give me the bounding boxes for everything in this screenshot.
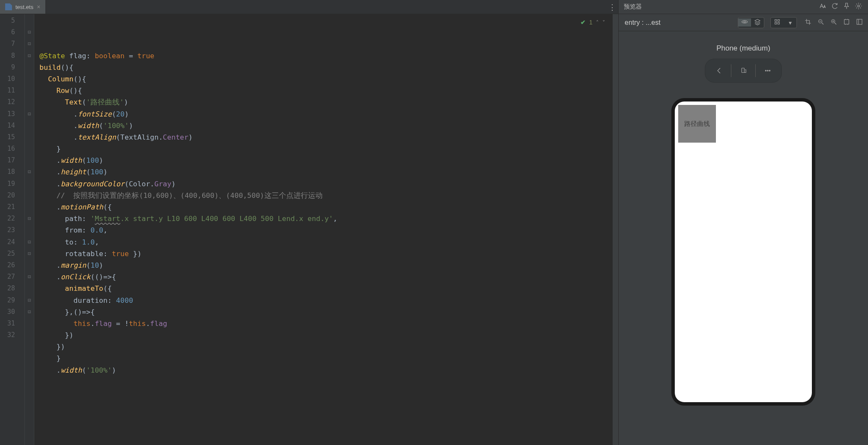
code-line[interactable]: .height(100) bbox=[39, 166, 612, 178]
fold-toggle-icon[interactable]: ⊟ bbox=[25, 295, 34, 306]
layout-toggle-group: ▾ bbox=[770, 17, 797, 28]
fit-screen-icon[interactable] bbox=[841, 18, 852, 27]
code-line[interactable]: .width('100%') bbox=[39, 364, 612, 376]
editor-vertical-scrollbar[interactable] bbox=[612, 14, 618, 445]
dropdown-caret-icon[interactable]: ▾ bbox=[784, 19, 796, 26]
line-number[interactable]: 13 bbox=[0, 108, 15, 120]
device-more-icon[interactable] bbox=[757, 62, 779, 80]
refresh-icon[interactable] bbox=[829, 2, 841, 12]
expand-icon[interactable] bbox=[854, 18, 865, 27]
line-number[interactable]: 21 bbox=[0, 201, 15, 213]
code-line[interactable]: .backgroundColor(Color.Gray) bbox=[39, 178, 612, 190]
font-size-icon[interactable] bbox=[817, 2, 829, 12]
line-number[interactable]: 9 bbox=[0, 62, 15, 73]
code-line[interactable]: .width('100%') bbox=[39, 120, 612, 131]
code-line[interactable]: Text('路径曲线') bbox=[39, 96, 612, 108]
line-number[interactable]: 18 bbox=[0, 166, 15, 178]
fold-toggle-icon[interactable]: ⊟ bbox=[25, 108, 34, 120]
phone-screen[interactable]: 路径曲线 bbox=[675, 102, 812, 402]
fold-toggle-icon[interactable]: ⊟ bbox=[25, 306, 34, 318]
code-line[interactable]: this.flag = !this.flag bbox=[39, 318, 612, 329]
code-line[interactable]: } bbox=[39, 143, 612, 155]
line-number[interactable]: 25 bbox=[0, 248, 15, 260]
code-line[interactable]: .onClick(()=>{ bbox=[39, 271, 612, 283]
code-line[interactable]: }) bbox=[39, 329, 612, 341]
line-number[interactable]: 22 bbox=[0, 213, 15, 224]
line-number[interactable]: 19 bbox=[0, 178, 15, 190]
fold-toggle-icon[interactable]: ⊟ bbox=[25, 50, 34, 62]
gear-icon[interactable] bbox=[853, 2, 865, 12]
editor-inspection-status[interactable]: ✔ 1 ˄ ˅ bbox=[581, 17, 605, 28]
pin-icon[interactable] bbox=[841, 2, 853, 12]
fold-toggle-icon[interactable]: ⊟ bbox=[25, 236, 34, 248]
code-line[interactable]: } bbox=[39, 352, 612, 364]
fold-toggle-icon[interactable]: ⊟ bbox=[25, 166, 34, 178]
code-line[interactable]: .width(100) bbox=[39, 155, 612, 166]
code-line[interactable]: rotatable: true }) bbox=[39, 248, 612, 260]
line-number[interactable]: 30 bbox=[0, 306, 15, 318]
next-highlight-icon[interactable]: ˅ bbox=[602, 17, 605, 28]
fold-toggle-icon[interactable]: ⊟ bbox=[25, 248, 34, 260]
fold-empty bbox=[25, 96, 34, 108]
code-line[interactable]: .margin(10) bbox=[39, 260, 612, 271]
fold-toggle-icon[interactable]: ⊟ bbox=[25, 38, 34, 50]
file-tab[interactable]: test.ets × bbox=[0, 0, 46, 14]
line-number[interactable]: 29 bbox=[0, 295, 15, 306]
line-number[interactable]: 23 bbox=[0, 224, 15, 236]
grid-icon[interactable] bbox=[771, 18, 784, 27]
code-line[interactable]: .fontSize(20) bbox=[39, 108, 612, 120]
close-tab-icon[interactable]: × bbox=[37, 3, 40, 10]
code-line[interactable]: from: 0.0, bbox=[39, 224, 612, 236]
fold-empty bbox=[25, 85, 34, 96]
line-number[interactable]: 5 bbox=[0, 15, 15, 27]
zoom-in-icon[interactable] bbox=[829, 18, 839, 27]
code-line[interactable]: @State flag: boolean = true bbox=[39, 50, 612, 62]
fold-empty bbox=[25, 190, 34, 201]
code-area[interactable]: @State flag: boolean = truebuild(){ Colu… bbox=[34, 14, 612, 445]
line-number[interactable]: 17 bbox=[0, 155, 15, 166]
line-number[interactable]: 24 bbox=[0, 236, 15, 248]
line-number[interactable]: 12 bbox=[0, 96, 15, 108]
line-number[interactable]: 20 bbox=[0, 190, 15, 201]
zoom-out-icon[interactable] bbox=[816, 18, 826, 27]
line-number[interactable]: 10 bbox=[0, 73, 15, 85]
code-line[interactable]: path: 'Mstart.x start.y L10 600 L400 600… bbox=[39, 213, 612, 224]
code-line[interactable]: Column(){ bbox=[39, 73, 612, 85]
code-line[interactable]: }) bbox=[39, 341, 612, 352]
line-number[interactable]: 8 bbox=[0, 50, 15, 62]
inspect-layers-icon[interactable] bbox=[751, 18, 764, 27]
previewer-breadcrumb[interactable]: entry : ...est bbox=[625, 19, 738, 27]
line-number[interactable]: 11 bbox=[0, 85, 15, 96]
code-line[interactable]: build(){ bbox=[39, 62, 612, 73]
line-number[interactable]: 16 bbox=[0, 143, 15, 155]
code-line[interactable]: .motionPath({ bbox=[39, 201, 612, 213]
line-number-gutter[interactable]: 5678910111213141516171819202122232425262… bbox=[0, 14, 25, 445]
line-number[interactable]: 14 bbox=[0, 120, 15, 131]
code-line[interactable]: Row(){ bbox=[39, 85, 612, 96]
inspect-eye-icon[interactable] bbox=[738, 18, 751, 27]
crop-icon[interactable] bbox=[803, 18, 813, 27]
code-line[interactable]: },()=>{ bbox=[39, 306, 612, 318]
sample-gray-box[interactable]: 路径曲线 bbox=[678, 105, 716, 143]
code-line[interactable]: // 按照我们设置的坐标(10,600)、(400,600)、(400,500)… bbox=[39, 190, 612, 201]
line-number[interactable]: 15 bbox=[0, 131, 15, 143]
code-line[interactable]: duration: 4000 bbox=[39, 295, 612, 306]
line-number[interactable]: 31 bbox=[0, 318, 15, 329]
code-line[interactable]: animateTo({ bbox=[39, 283, 612, 294]
prev-highlight-icon[interactable]: ˄ bbox=[596, 17, 599, 28]
fold-toggle-icon[interactable]: ⊟ bbox=[25, 27, 34, 38]
line-number[interactable]: 6 bbox=[0, 27, 15, 38]
device-back-icon[interactable] bbox=[708, 62, 730, 80]
line-number[interactable]: 27 bbox=[0, 271, 15, 283]
fold-toggle-icon[interactable]: ⊟ bbox=[25, 213, 34, 224]
line-number[interactable]: 26 bbox=[0, 260, 15, 271]
fold-gutter[interactable]: ⊟⊟⊟⊟⊟⊟⊟⊟⊟⊟⊟ bbox=[25, 14, 34, 445]
tabbar-more-icon[interactable]: ⋮ bbox=[606, 0, 618, 14]
device-rotate-icon[interactable] bbox=[732, 62, 754, 80]
code-line[interactable]: to: 1.0, bbox=[39, 236, 612, 248]
fold-toggle-icon[interactable]: ⊟ bbox=[25, 271, 34, 283]
line-number[interactable]: 32 bbox=[0, 329, 15, 341]
line-number[interactable]: 7 bbox=[0, 38, 15, 50]
line-number[interactable]: 28 bbox=[0, 283, 15, 294]
code-line[interactable]: .textAlign(TextAlign.Center) bbox=[39, 131, 612, 143]
